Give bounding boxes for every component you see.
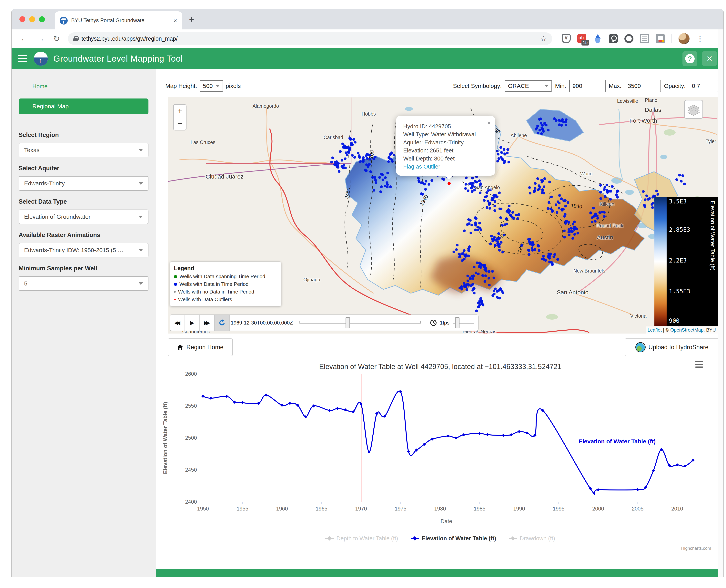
chart-legend: Depth to Water Table (ft) Elevation of W… (157, 535, 724, 542)
toolbar-divider (671, 34, 672, 43)
hydroshare-globe-icon (635, 342, 646, 352)
profile-avatar[interactable] (679, 33, 689, 44)
red-extension-icon[interactable]: 15 (577, 34, 586, 43)
tab-close-icon[interactable]: × (173, 18, 177, 24)
colorbar-title: Elevation of Water Table (ft) (709, 201, 716, 322)
pixels-label: pixels (226, 83, 241, 89)
popup-elevation: Elevation: 2651 feet (403, 147, 489, 154)
layers-control-icon[interactable] (684, 100, 703, 119)
map-legend-title: Legend (174, 265, 277, 272)
highcharts-credits[interactable]: Highcharts.com (681, 546, 711, 551)
city-label: Austin (597, 234, 613, 241)
svg-text:Date: Date (441, 518, 452, 524)
city-label: San Angelo (475, 185, 500, 190)
opacity-input[interactable] (689, 80, 718, 92)
bookmark-star-icon[interactable]: ☆ (540, 35, 547, 43)
max-input[interactable] (625, 80, 661, 92)
timeline-slider[interactable] (299, 315, 421, 331)
zoom-out-button[interactable]: − (174, 117, 186, 130)
map-canvas[interactable]: 2460220019401940160018002180 + − × Hydro… (168, 97, 718, 334)
extension-icons: 15 ⋮ (562, 33, 704, 44)
close-window-button[interactable] (19, 16, 25, 22)
symbology-select[interactable]: GRACE (505, 80, 552, 92)
city-label: Killeen (599, 201, 614, 207)
sidebar-home-link[interactable]: Home (33, 83, 47, 90)
chart-svg: 2400245025002550260019501955196019651970… (157, 372, 724, 545)
data-type-select[interactable]: Elevation of Groundwater (19, 210, 148, 224)
colorbar-tick: 2.85E3 (669, 226, 690, 233)
hamburger-menu-icon[interactable] (18, 55, 27, 62)
map-height-select[interactable]: 500 (200, 80, 223, 92)
lock-icon (73, 36, 78, 41)
ring-extension-icon[interactable] (624, 34, 634, 43)
browser-tab[interactable]: BYU Tethys Portal Groundwate × (55, 12, 182, 29)
flag-outlier-link[interactable]: Flag as Outlier (403, 164, 440, 170)
reload-icon[interactable]: ↻ (54, 34, 60, 43)
city-label: Hobbs (362, 111, 376, 117)
url-text[interactable]: tethys2.byu.edu/apps/gw/region_map/ (82, 36, 537, 42)
refresh-button[interactable] (215, 315, 230, 331)
city-label: Fort Worth (629, 117, 657, 124)
zoom-in-button[interactable]: + (174, 105, 186, 117)
popup-close-icon[interactable]: × (487, 119, 491, 127)
tab-title: BYU Tethys Portal Groundwate (71, 18, 170, 24)
chart-menu-icon[interactable] (695, 361, 703, 368)
browser-toolbar: ← → ↻ tethys2.byu.edu/apps/gw/region_map… (12, 29, 724, 48)
fps-slider[interactable] (453, 315, 474, 331)
blue-extension-icon[interactable] (593, 34, 602, 43)
step-back-button[interactable]: ◀◀ (170, 315, 185, 331)
download-extension-icon[interactable] (656, 34, 665, 43)
svg-text:1965: 1965 (316, 506, 327, 512)
svg-text:1980: 1980 (434, 506, 446, 512)
map-zoom-control[interactable]: + − (173, 104, 187, 130)
help-button[interactable]: ? (682, 51, 697, 66)
slider-track[interactable] (299, 321, 421, 323)
page-scrollbar[interactable] (718, 29, 724, 577)
city-label: Tyler (706, 139, 716, 144)
document-extension-icon[interactable] (640, 34, 649, 43)
upload-hydroshare-button[interactable]: Upload to HydroShare (625, 338, 719, 356)
aquifer-select[interactable]: Edwards-Trinity (19, 176, 148, 191)
browser-menu-icon[interactable]: ⋮ (696, 34, 704, 43)
svg-text:1990: 1990 (513, 506, 525, 512)
legend-item: Wells with Data Outliers (174, 296, 277, 302)
min-samples-select[interactable]: 5 (19, 276, 148, 291)
footer-strip (156, 569, 724, 577)
regional-map-button[interactable]: Regional Map (19, 99, 148, 114)
legend-depth-to-water[interactable]: Depth to Water Table (ft) (325, 535, 398, 542)
chevron-down-icon (544, 85, 549, 87)
step-forward-button[interactable]: ▶▶ (200, 315, 215, 331)
legend-elevation-of-water[interactable]: Elevation of Water Table (ft) (411, 535, 496, 542)
exit-app-button[interactable]: ✕ (702, 51, 717, 66)
min-samples-group: Minimum Samples per Well 5 (19, 265, 148, 291)
region-home-button[interactable]: Region Home (168, 338, 233, 356)
svg-text:2460: 2460 (344, 187, 351, 200)
maximize-window-button[interactable] (39, 16, 45, 22)
osm-link[interactable]: OpenStreetMap (670, 327, 703, 333)
city-label: Victoria (630, 313, 646, 319)
shield-extension-icon[interactable] (562, 34, 571, 43)
window-controls[interactable] (19, 16, 45, 22)
min-input[interactable] (569, 80, 605, 92)
select-data-type-group: Select Data Type Elevation of Groundwate… (19, 198, 148, 224)
browser-tabstrip: BYU Tethys Portal Groundwate × + (12, 9, 724, 29)
gray-well-dot-icon (174, 291, 176, 293)
legend-drawdown[interactable]: Drawdown (ft) (509, 535, 555, 542)
minimize-window-button[interactable] (29, 16, 35, 22)
clock-icon (430, 319, 437, 326)
lightbulb-extension-icon[interactable] (609, 34, 618, 43)
svg-text:1985: 1985 (474, 506, 485, 512)
play-button[interactable]: ▶ (185, 315, 200, 331)
fps-slider-thumb[interactable] (455, 317, 460, 328)
region-select[interactable]: Texas (19, 143, 148, 158)
back-icon[interactable]: ← (20, 34, 28, 43)
leaflet-link[interactable]: Leaflet (647, 327, 662, 333)
slider-thumb[interactable] (345, 317, 350, 328)
select-aquifer-label: Select Aquifer (19, 165, 148, 172)
raster-animation-select[interactable]: Edwards-Trinity IDW: 1950-2015 (5 … (19, 243, 148, 257)
svg-text:1960: 1960 (276, 506, 288, 512)
forward-icon[interactable]: → (37, 34, 45, 43)
city-label: Plano (645, 97, 657, 103)
address-bar[interactable]: tethys2.byu.edu/apps/gw/region_map/ ☆ (68, 33, 552, 45)
new-tab-button[interactable]: + (189, 15, 194, 24)
